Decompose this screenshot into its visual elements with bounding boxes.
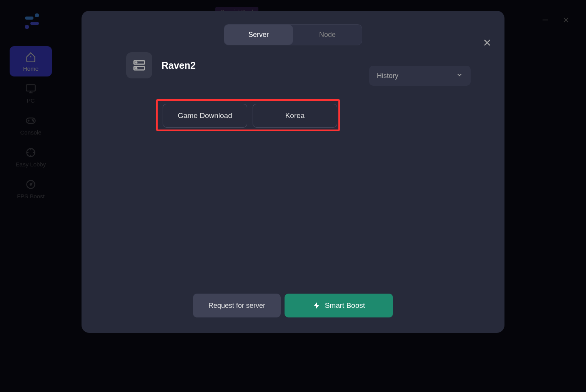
history-dropdown[interactable]: History — [369, 66, 471, 86]
server-selection-modal: Server Node Raven2 History — [82, 11, 504, 333]
tab-node[interactable]: Node — [293, 25, 362, 45]
chevron-down-icon — [456, 71, 463, 80]
smart-boost-button[interactable]: Smart Boost — [285, 294, 393, 317]
modal-overlay: Server Node Raven2 History — [0, 0, 586, 392]
server-option-game-download[interactable]: Game Download — [163, 104, 247, 128]
server-option-korea[interactable]: Korea — [253, 104, 337, 128]
server-stack-icon — [126, 52, 152, 78]
svg-point-27 — [136, 68, 137, 69]
history-dropdown-label: History — [377, 72, 398, 80]
tab-server[interactable]: Server — [224, 25, 293, 45]
svg-point-26 — [136, 62, 137, 63]
smart-boost-label: Smart Boost — [325, 301, 365, 310]
request-server-button[interactable]: Request for server — [193, 294, 281, 317]
bolt-icon — [313, 301, 321, 310]
modal-close-button[interactable] — [481, 37, 493, 48]
bottom-buttons: Request for server Smart Boost — [193, 294, 393, 317]
tab-switcher: Server Node — [224, 24, 362, 45]
game-title: Raven2 — [161, 60, 196, 71]
server-options: Game Download Korea — [163, 104, 337, 128]
